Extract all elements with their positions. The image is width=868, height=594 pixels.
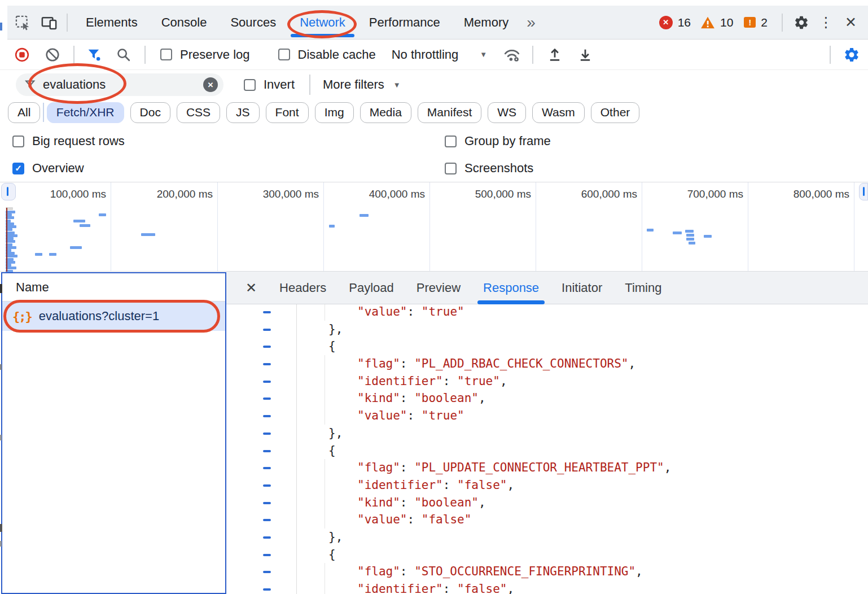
kebab-menu-icon[interactable]: ⋮ — [819, 14, 833, 30]
overview-checkbox[interactable]: ✓ Overview — [12, 161, 84, 176]
response-json-content: "value": "true"},{"flag": "PL_ADD_RBAC_C… — [226, 304, 868, 594]
overview-right-grip[interactable] — [859, 183, 868, 200]
line-number-dash — [263, 450, 271, 452]
tab-memory[interactable]: Memory — [464, 15, 508, 30]
tab-timing[interactable]: Timing — [625, 272, 661, 304]
screenshots-checkbox[interactable]: Screenshots — [445, 161, 533, 176]
chip-ws[interactable]: WS — [488, 102, 526, 123]
chip-js[interactable]: JS — [226, 102, 260, 123]
request-timing-bar — [35, 253, 42, 256]
line-number-dash — [263, 311, 271, 313]
tick-label: 700,000 ms — [636, 188, 743, 200]
request-timing-bar — [329, 225, 335, 228]
chip-css[interactable]: CSS — [177, 102, 220, 123]
issues-badge-icon[interactable]: ! — [744, 17, 756, 28]
tab-response[interactable]: Response — [483, 272, 539, 304]
chip-wasm[interactable]: Wasm — [532, 102, 585, 123]
throttling-select[interactable]: No throttling — [392, 47, 459, 62]
response-code-line: "value": "false" — [226, 511, 868, 529]
close-devtools-icon[interactable]: ✕ — [845, 14, 857, 30]
clear-filter-icon[interactable]: ✕ — [203, 77, 218, 92]
response-code-line: "value": "true" — [226, 407, 868, 425]
tab-sources[interactable]: Sources — [230, 15, 276, 30]
checkbox-unchecked[interactable] — [278, 49, 290, 60]
chip-media[interactable]: Media — [360, 102, 411, 123]
response-body-viewer[interactable]: "value": "true"},{"flag": "PL_ADD_RBAC_C… — [226, 304, 868, 594]
disable-cache-checkbox[interactable]: Disable cache — [278, 47, 376, 62]
tab-preview[interactable]: Preview — [417, 272, 461, 304]
tick-label: 300,000 ms — [212, 188, 319, 200]
divider — [782, 14, 783, 32]
error-badge-icon[interactable]: ✕ — [659, 16, 673, 29]
device-toolbar-icon[interactable] — [41, 15, 58, 30]
tab-network[interactable]: Network — [300, 15, 345, 30]
tick-label: 400,000 ms — [318, 188, 425, 200]
request-timing-bar — [673, 232, 682, 234]
inspect-element-icon[interactable] — [15, 15, 30, 30]
filter-input[interactable]: evaluations ✕ — [16, 73, 223, 96]
response-code-line: "identifier": "false", — [226, 580, 868, 594]
page-behind-fragment — [0, 23, 2, 30]
more-tabs-icon[interactable]: » — [527, 15, 536, 30]
network-options: Big request rows Group by frame ✓ Overvi… — [0, 125, 868, 182]
page-behind-fragment — [0, 364, 2, 370]
network-conditions-icon[interactable] — [503, 47, 521, 63]
tab-console[interactable]: Console — [161, 15, 207, 30]
response-code-line: { — [226, 338, 868, 355]
divider — [309, 75, 310, 95]
chip-fetch-xhr[interactable]: Fetch/XHR — [47, 102, 124, 123]
checkbox-unchecked[interactable] — [244, 79, 256, 91]
tab-initiator[interactable]: Initiator — [562, 272, 602, 304]
preserve-log-checkbox[interactable]: Preserve log — [160, 47, 250, 62]
warning-badge-icon[interactable] — [700, 16, 715, 29]
checkbox-checked[interactable]: ✓ — [12, 163, 24, 174]
request-timing-bar — [70, 246, 82, 249]
error-count[interactable]: 16 — [678, 16, 691, 29]
filter-funnel-icon — [25, 80, 36, 90]
request-row-selected[interactable]: {;} evaluations?cluster=1 — [2, 302, 225, 331]
invert-checkbox[interactable]: Invert — [244, 77, 295, 92]
big-request-rows-checkbox[interactable]: Big request rows — [12, 134, 125, 148]
checkbox-unchecked[interactable] — [160, 49, 172, 60]
chip-font[interactable]: Font — [266, 102, 309, 123]
requests-panel: Name {;} evaluations?cluster=1 — [1, 272, 226, 594]
request-timing-bar — [704, 235, 712, 238]
response-code-line: "flag": "PL_UPDATE_CONNECTOR_HEARTBEAT_P… — [226, 459, 868, 477]
line-number-dash — [263, 363, 271, 365]
filter-query-text[interactable]: evaluations — [43, 77, 203, 92]
chevron-down-icon[interactable]: ▼ — [393, 81, 401, 89]
warning-count[interactable]: 10 — [720, 16, 733, 29]
tab-performance[interactable]: Performance — [369, 15, 440, 30]
chip-doc[interactable]: Doc — [130, 102, 170, 123]
tab-headers[interactable]: Headers — [279, 272, 326, 304]
checkbox-unchecked[interactable] — [445, 136, 457, 147]
settings-gear-icon[interactable] — [794, 15, 809, 30]
export-har-icon[interactable] — [577, 47, 593, 63]
group-by-frame-checkbox[interactable]: Group by frame — [445, 134, 551, 148]
checkbox-unchecked[interactable] — [445, 163, 457, 174]
network-settings-gear-icon[interactable] — [843, 46, 860, 63]
network-overview-timeline[interactable]: 100,000 ms 200,000 ms 300,000 ms 400,000… — [0, 182, 868, 272]
tab-payload[interactable]: Payload — [349, 272, 394, 304]
chip-other[interactable]: Other — [591, 102, 640, 123]
name-column-header[interactable]: Name — [2, 273, 225, 302]
gridline — [854, 182, 854, 271]
close-detail-icon[interactable]: ✕ — [246, 272, 257, 304]
issues-count[interactable]: 2 — [761, 16, 768, 29]
chevron-down-icon[interactable]: ▼ — [480, 50, 487, 59]
line-number-dash — [263, 536, 271, 539]
tick-label: 200,000 ms — [106, 188, 213, 200]
record-network-log-icon[interactable] — [15, 47, 29, 62]
overview-left-grip[interactable] — [1, 183, 16, 200]
chip-manifest[interactable]: Manifest — [418, 102, 481, 123]
more-filters-button[interactable]: More filters — [323, 77, 384, 92]
tab-elements[interactable]: Elements — [86, 15, 138, 30]
import-har-icon[interactable] — [547, 47, 563, 63]
search-icon[interactable] — [116, 47, 131, 62]
clear-network-log-icon[interactable] — [45, 47, 60, 62]
chip-img[interactable]: Img — [315, 102, 354, 123]
filter-icon[interactable] — [87, 48, 102, 62]
tick-label: 100,000 ms — [0, 188, 106, 200]
chip-all[interactable]: All — [8, 102, 40, 123]
checkbox-unchecked[interactable] — [12, 136, 24, 147]
